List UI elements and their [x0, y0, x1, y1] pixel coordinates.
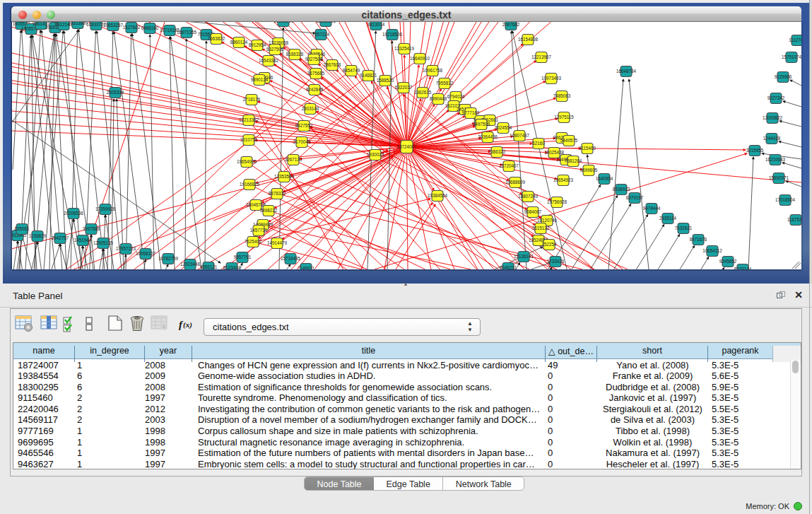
svg-text:2942757: 2942757: [52, 235, 69, 240]
svg-text:7663822: 7663822: [208, 36, 225, 41]
svg-text:1527602: 1527602: [123, 25, 141, 30]
svg-text:7145011: 7145011: [298, 266, 315, 269]
svg-text:10025438: 10025438: [544, 150, 565, 155]
svg-text:8860124: 8860124: [230, 40, 248, 45]
svg-text:12213967: 12213967: [531, 54, 552, 59]
svg-text:9327500: 9327500: [266, 47, 284, 52]
svg-text:12975115: 12975115: [554, 115, 574, 119]
svg-text:9046231: 9046231: [500, 265, 517, 269]
svg-text:7955812: 7955812: [436, 81, 454, 86]
svg-text:20364436: 20364436: [478, 134, 498, 139]
svg-text:12093822: 12093822: [763, 115, 783, 120]
svg-text:835061: 835061: [14, 226, 30, 231]
svg-text:5449575: 5449575: [560, 138, 578, 143]
svg-text:9129966: 9129966: [775, 74, 792, 79]
svg-text:20206536: 20206536: [64, 211, 84, 216]
svg-text:1457731: 1457731: [250, 228, 268, 233]
svg-text:9857791: 9857791: [234, 255, 252, 259]
svg-text:1588520: 1588520: [377, 78, 394, 83]
svg-text:8186328: 8186328: [286, 52, 304, 57]
svg-text:2505334: 2505334: [107, 90, 124, 95]
svg-text:16782759: 16782759: [158, 256, 179, 261]
svg-text:9084067: 9084067: [524, 209, 542, 214]
svg-text:8454749: 8454749: [343, 68, 360, 73]
svg-text:7357224: 7357224: [312, 32, 330, 37]
svg-text:8813014: 8813014: [367, 22, 385, 27]
svg-text:10533809: 10533809: [68, 22, 88, 25]
svg-text:6794024: 6794024: [447, 94, 465, 99]
svg-text:15716485: 15716485: [281, 256, 301, 261]
svg-text:3024554: 3024554: [495, 125, 512, 130]
svg-text:10961758: 10961758: [423, 68, 443, 73]
svg-text:9777169: 9777169: [462, 110, 480, 115]
svg-text:252254: 252254: [541, 242, 557, 247]
svg-text:8427552: 8427552: [295, 123, 313, 128]
svg-text:1930023: 1930023: [367, 152, 384, 157]
svg-text:9115460: 9115460: [579, 146, 596, 151]
svg-text:2867608: 2867608: [324, 62, 341, 67]
svg-text:15720407: 15720407: [499, 163, 519, 168]
svg-text:9146821: 9146821: [360, 73, 377, 78]
svg-text:17016504: 17016504: [775, 197, 796, 202]
svg-text:3675685: 3675685: [307, 71, 325, 76]
svg-text:(x): (x): [183, 320, 192, 329]
svg-text:8223144: 8223144: [734, 267, 752, 269]
svg-text:19654935: 19654935: [237, 159, 257, 164]
svg-text:9327508: 9327508: [305, 57, 323, 62]
svg-text:16543382: 16543382: [259, 58, 279, 63]
svg-text:16033809: 16033809: [273, 22, 294, 23]
svg-text:13325419: 13325419: [394, 46, 415, 51]
svg-text:18807249: 18807249: [518, 194, 539, 199]
svg-text:16154808: 16154808: [518, 37, 539, 42]
svg-text:6466160: 6466160: [141, 25, 159, 30]
svg-text:1615132: 1615132: [532, 226, 550, 230]
svg-text:15692971: 15692971: [769, 175, 789, 180]
svg-text:10654112: 10654112: [702, 248, 722, 253]
svg-text:7581264: 7581264: [565, 158, 582, 163]
svg-text:2935114: 2935114: [659, 216, 677, 221]
svg-text:6497508: 6497508: [473, 122, 490, 127]
svg-text:9474444: 9474444: [643, 206, 661, 211]
svg-text:8471676: 8471676: [690, 237, 707, 242]
svg-text:16640910: 16640910: [410, 56, 430, 61]
svg-text:15136141: 15136141: [514, 254, 534, 259]
svg-text:16210643: 16210643: [765, 157, 786, 162]
svg-text:17359928: 17359928: [95, 206, 116, 211]
svg-text:10973493: 10973493: [541, 76, 562, 81]
svg-text:16648784: 16648784: [616, 69, 637, 74]
svg-text:9242848: 9242848: [306, 87, 324, 92]
svg-text:2803144: 2803144: [302, 106, 319, 111]
svg-text:2087682: 2087682: [502, 22, 520, 27]
svg-text:1640954: 1640954: [596, 176, 613, 181]
svg-text:1362615: 1362615: [414, 90, 432, 95]
svg-text:2718176: 2718176: [243, 97, 261, 102]
svg-text:1733426: 1733426: [547, 259, 565, 264]
svg-text:7386322: 7386322: [488, 149, 506, 154]
svg-text:19654923: 19654923: [553, 177, 574, 182]
svg-text:12923448: 12923448: [180, 262, 201, 267]
svg-text:10688609: 10688609: [505, 180, 526, 185]
svg-text:9227342: 9227342: [767, 95, 785, 100]
svg-text:14914479: 14914479: [267, 240, 288, 245]
svg-text:1451944: 1451944: [74, 238, 92, 243]
svg-text:12218506: 12218506: [316, 22, 336, 23]
svg-text:1156829: 1156829: [29, 233, 47, 238]
svg-text:8123404: 8123404: [223, 265, 241, 269]
svg-text:10653287: 10653287: [103, 23, 124, 28]
svg-text:6379197: 6379197: [626, 195, 644, 200]
svg-text:3997588: 3997588: [83, 226, 100, 231]
svg-text:3498222: 3498222: [260, 208, 278, 213]
svg-text:8990448: 8990448: [430, 96, 447, 101]
svg-text:16671355: 16671355: [177, 30, 197, 35]
svg-text:12505135: 12505135: [93, 240, 114, 245]
svg-text:2170046: 2170046: [293, 139, 311, 144]
svg-text:8912954: 8912954: [249, 42, 266, 47]
svg-text:10958107: 10958107: [136, 251, 156, 256]
svg-text:17957223: 17957223: [116, 246, 136, 251]
svg-text:6322037: 6322037: [395, 85, 413, 90]
svg-text:15751074: 15751074: [782, 54, 801, 59]
svg-text:3215955: 3215955: [746, 148, 764, 153]
svg-text:9699695: 9699695: [580, 168, 598, 173]
svg-text:7632621: 7632621: [675, 226, 693, 230]
svg-text:9356121: 9356121: [200, 264, 218, 269]
